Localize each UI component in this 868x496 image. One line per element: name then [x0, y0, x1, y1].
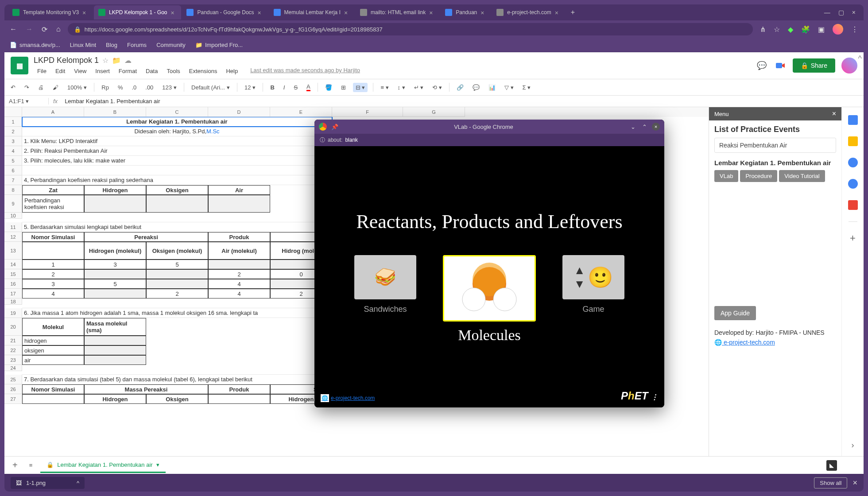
- zoom-select[interactable]: 100% ▾: [66, 83, 89, 92]
- cell[interactable]: Didesain oleh: Harjito, S.Pd, M.Sc: [22, 127, 332, 136]
- pin-icon[interactable]: 📌: [331, 124, 338, 130]
- menu-extensions[interactable]: Extensions: [186, 67, 221, 75]
- rotate[interactable]: ⟲ ▾: [430, 83, 444, 92]
- paint-icon[interactable]: 🖌: [51, 83, 60, 92]
- cell[interactable]: 2. Pilih: Reaksi Pembentukan Air: [22, 146, 332, 156]
- folder-icon[interactable]: 📁: [112, 56, 121, 65]
- sheets-logo[interactable]: ▦: [11, 57, 28, 74]
- fill-color[interactable]: 🪣: [323, 83, 334, 92]
- col-header[interactable]: E: [270, 107, 332, 117]
- undo-icon[interactable]: ↶: [9, 83, 17, 92]
- menu-edit[interactable]: Edit: [52, 67, 69, 75]
- dec-decrease[interactable]: .0: [130, 83, 138, 92]
- meet-icon[interactable]: [774, 59, 787, 72]
- share-icon[interactable]: ⋔: [760, 25, 766, 34]
- close-icon[interactable]: ×: [344, 9, 350, 16]
- wrap[interactable]: ↵ ▾: [412, 83, 426, 92]
- v-align[interactable]: ↕ ▾: [396, 83, 407, 92]
- reload-icon[interactable]: ⟳: [42, 25, 47, 34]
- close-window-icon[interactable]: ×: [852, 9, 856, 16]
- cell[interactable]: 3. Pilih: molecules, lalu klik: make wat…: [22, 156, 332, 166]
- chevron-down-icon[interactable]: ▾: [156, 461, 159, 468]
- filter-icon[interactable]: ▽ ▾: [503, 83, 515, 92]
- puzzle-icon[interactable]: 🧩: [801, 25, 810, 34]
- minimize-icon[interactable]: ⌄: [629, 123, 637, 131]
- popup-url-bar[interactable]: ⓘ about:blank: [314, 134, 664, 146]
- h-align[interactable]: ≡ ▾: [379, 83, 390, 92]
- maps-icon[interactable]: [848, 200, 858, 210]
- phet-molecules-option[interactable]: Molecules: [443, 255, 536, 344]
- add-sheet-button[interactable]: +: [9, 460, 21, 470]
- merge-cells[interactable]: ⊟ ▾: [353, 83, 368, 92]
- extension-icon[interactable]: ◆: [788, 25, 793, 34]
- forward-icon[interactable]: →: [26, 25, 33, 34]
- close-icon[interactable]: ×: [832, 110, 836, 118]
- vlab-button[interactable]: VLab: [714, 170, 738, 182]
- last-edit[interactable]: Last edit was made seconds ago by Harjit…: [250, 67, 360, 75]
- user-avatar[interactable]: [841, 58, 857, 74]
- menu-format[interactable]: Format: [115, 67, 140, 75]
- chevron-up-icon[interactable]: ^: [77, 480, 79, 486]
- select-all-corner[interactable]: [4, 107, 22, 117]
- procedure-button[interactable]: Procedure: [740, 170, 777, 182]
- close-icon[interactable]: ×: [258, 9, 264, 16]
- strike-button[interactable]: S: [292, 83, 299, 92]
- tab-panduan[interactable]: Panduan×: [441, 5, 491, 19]
- eproject-link[interactable]: e-project-tech.com: [722, 339, 775, 346]
- comment-add[interactable]: 💬: [471, 83, 481, 92]
- app-guide-button[interactable]: App Guide: [714, 306, 756, 320]
- font-select[interactable]: Default (Ari... ▾: [190, 83, 232, 92]
- tab-memulai[interactable]: Memulai Lembar Kerja I×: [269, 5, 355, 19]
- device-icon[interactable]: ▣: [818, 25, 825, 34]
- italic-button[interactable]: I: [282, 83, 287, 92]
- tab-lkpd[interactable]: LKPD Kelompok 1 - Goo×: [94, 5, 181, 19]
- keep-icon[interactable]: [848, 136, 858, 146]
- close-icon[interactable]: ×: [652, 123, 660, 131]
- bookmark-blog[interactable]: Blog: [106, 42, 117, 48]
- collapse-icon[interactable]: ^: [856, 52, 864, 65]
- tab-mailto[interactable]: mailto: HTML email link×: [356, 5, 440, 19]
- menu-file[interactable]: File: [34, 67, 50, 75]
- tab-template-monitoring[interactable]: Template Monitoring V3×: [8, 5, 93, 19]
- col-header[interactable]: D: [208, 107, 270, 117]
- functions[interactable]: Σ ▾: [521, 83, 533, 92]
- minimize-icon[interactable]: —: [824, 9, 830, 16]
- close-icon[interactable]: ×: [555, 9, 561, 16]
- url-input[interactable]: 🔒 https://docs.google.com/spreadsheets/d…: [68, 23, 753, 35]
- tab-panduan-docs[interactable]: Panduan - Google Docs×: [182, 5, 268, 19]
- number-format[interactable]: 123▾: [160, 83, 178, 92]
- phet-eproject-link[interactable]: 🌐e-project-tech.com: [321, 394, 375, 402]
- menu-data[interactable]: Data: [142, 67, 161, 75]
- comment-icon[interactable]: 💬: [756, 59, 768, 72]
- phet-logo[interactable]: PhET ⋮: [621, 390, 658, 402]
- download-item[interactable]: 🖼 1-1.png ^: [11, 477, 85, 489]
- close-icon[interactable]: ×: [429, 9, 435, 16]
- font-size[interactable]: 12 ▾: [243, 83, 257, 92]
- link-icon[interactable]: 🔗: [455, 83, 465, 92]
- add-addon-icon[interactable]: +: [848, 233, 858, 243]
- all-sheets-button[interactable]: ≡: [26, 462, 36, 469]
- menu-icon[interactable]: ⋮: [851, 25, 858, 34]
- bookmark-forums[interactable]: Forums: [127, 42, 147, 48]
- back-icon[interactable]: ←: [10, 25, 17, 34]
- explore-button[interactable]: ◣: [826, 460, 837, 471]
- col-header[interactable]: A: [22, 107, 84, 117]
- col-header[interactable]: G: [403, 107, 465, 117]
- bookmark-community[interactable]: Community: [156, 42, 186, 48]
- new-tab-button[interactable]: +: [566, 8, 579, 16]
- close-icon[interactable]: ×: [852, 478, 857, 488]
- doc-title[interactable]: LKPD Kelompok 1: [34, 56, 99, 65]
- star-icon[interactable]: ☆: [102, 56, 108, 65]
- tasks-icon[interactable]: [848, 158, 858, 167]
- close-icon[interactable]: ×: [170, 9, 177, 16]
- cell[interactable]: Lembar Kegiatan 1. Pembentukan air: [22, 117, 332, 127]
- maximize-icon[interactable]: ⌃: [640, 123, 648, 131]
- col-header[interactable]: B: [84, 107, 146, 117]
- menu-tools[interactable]: Tools: [163, 67, 183, 75]
- bold-button[interactable]: B: [268, 83, 276, 92]
- chart-icon[interactable]: 📊: [487, 83, 497, 92]
- close-icon[interactable]: ×: [480, 9, 487, 16]
- menu-view[interactable]: View: [70, 67, 90, 75]
- phet-game-option[interactable]: ▲▼ 🙂 Game: [562, 255, 624, 314]
- menu-help[interactable]: Help: [222, 67, 241, 75]
